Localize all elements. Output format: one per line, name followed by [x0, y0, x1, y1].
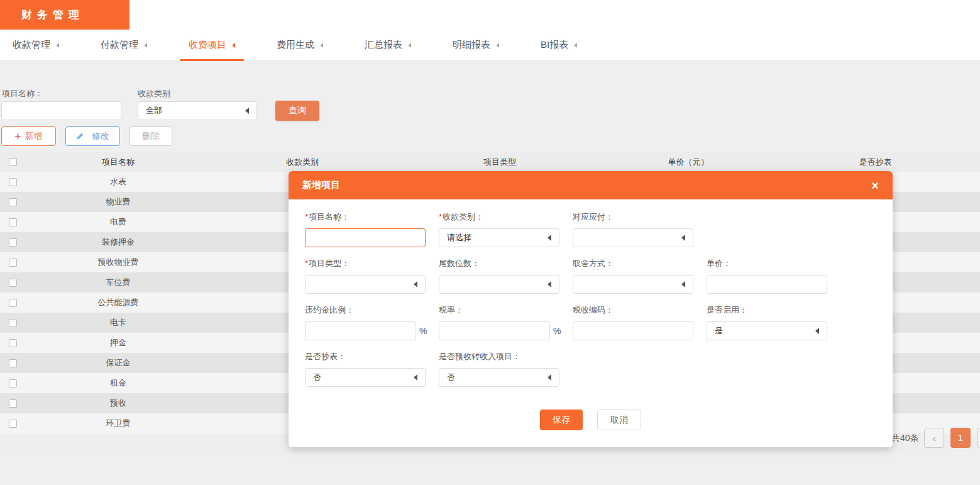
row-cell: 电费 [25, 216, 211, 228]
caret-left-icon [144, 43, 147, 48]
prev-page-button[interactable]: ‹ [924, 428, 944, 448]
row-checkbox[interactable] [9, 379, 17, 387]
delete-button[interactable]: 删除 [129, 126, 172, 146]
is-enabled-value: 是 [715, 325, 723, 337]
row-checkbox-cell [0, 178, 25, 186]
tax-code-input[interactable] [573, 321, 693, 340]
field-control-wrap [707, 275, 827, 294]
field-label-corresponding-payable: 对应应付： [573, 211, 693, 223]
row-checkbox[interactable] [9, 399, 17, 408]
row-cell: 物业费 [25, 196, 211, 208]
modal-footer: 保存 取消 [289, 410, 893, 430]
add-button[interactable]: + 新增 [1, 126, 56, 146]
next-page-button[interactable] [977, 428, 980, 448]
row-checkbox[interactable] [9, 279, 17, 287]
row-checkbox[interactable] [9, 198, 17, 206]
row-checkbox[interactable] [9, 420, 17, 428]
tab-receipt-mgmt[interactable]: 收款管理 [4, 30, 68, 60]
tab-charge-items[interactable]: 收费项目 [180, 30, 244, 60]
field-control-wrap: 请选择 [439, 228, 559, 247]
is-enabled-select[interactable]: 是 [707, 321, 827, 340]
rounding-method-select[interactable] [573, 275, 693, 294]
field-project-type: *项目类型： [305, 258, 426, 294]
row-checkbox[interactable] [9, 238, 17, 247]
tab-bi-reports[interactable]: BI报表 [532, 30, 586, 60]
table-header-row: 项目名称收款类别项目类型单价（元）是否抄表 [0, 152, 980, 172]
corresponding-payable-select[interactable] [573, 228, 693, 247]
percent-suffix: % [419, 326, 427, 336]
tab-detail-reports[interactable]: 明细报表 [444, 30, 508, 60]
row-checkbox[interactable] [9, 178, 17, 186]
row-checkbox[interactable] [9, 259, 17, 267]
field-project-name: *项目名称： [305, 211, 426, 247]
edit-button[interactable]: 修改 [65, 126, 120, 146]
field-control-wrap: 否 [305, 368, 426, 387]
row-checkbox[interactable] [9, 339, 17, 347]
field-label-payment-category: *收款类别： [439, 211, 559, 223]
row-checkbox[interactable] [9, 218, 17, 226]
row-checkbox-cell [0, 259, 25, 267]
project-type-select[interactable] [305, 275, 426, 294]
payment-category-filter-value: 全部 [146, 105, 162, 116]
row-checkbox-cell [0, 359, 25, 367]
tab-label: BI报表 [541, 39, 568, 51]
row-cell: 预收 [25, 398, 211, 409]
field-payment-category: *收款类别：请选择 [439, 211, 559, 247]
header-cell: 收款类别 [211, 157, 394, 168]
tab-fee-generation[interactable]: 费用生成 [268, 30, 332, 60]
caret-left-icon [320, 43, 323, 48]
project-name-input[interactable] [305, 228, 426, 247]
caret-left-icon [681, 281, 685, 287]
payment-category-select[interactable]: 请选择 [439, 228, 559, 247]
save-button[interactable]: 保存 [540, 410, 583, 430]
decimal-digits-select[interactable] [439, 275, 559, 294]
tax-rate-input[interactable] [439, 321, 550, 340]
modal-title: 新增项目 [302, 179, 340, 191]
row-cell: 车位费 [25, 277, 211, 288]
field-control-wrap: % [439, 321, 559, 340]
required-asterisk: * [305, 259, 308, 268]
tab-payment-mgmt[interactable]: 付款管理 [92, 30, 156, 60]
row-cell: 预收物业费 [25, 257, 211, 268]
row-checkbox-cell [0, 420, 25, 428]
close-icon[interactable]: × [871, 179, 879, 192]
header-cell: 单价（元） [606, 157, 771, 168]
percent-suffix: % [553, 326, 561, 336]
field-label-unit-price: 单价： [707, 258, 827, 269]
caret-left-icon [548, 235, 551, 241]
plus-icon: + [15, 131, 21, 142]
tab-label: 汇总报表 [365, 39, 402, 51]
row-cell: 装修押金 [25, 237, 211, 248]
penalty-ratio-input[interactable] [305, 321, 416, 340]
row-cell: 押金 [25, 337, 211, 348]
row-checkbox[interactable] [9, 359, 17, 367]
field-label-project-name: *项目名称： [305, 211, 426, 223]
row-checkbox[interactable] [9, 299, 17, 307]
row-cell: 电卡 [25, 317, 211, 328]
field-corresponding-payable: 对应应付： [573, 211, 693, 247]
cancel-button[interactable]: 取消 [597, 410, 641, 430]
unit-price-input[interactable] [707, 275, 827, 294]
tab-label: 费用生成 [277, 39, 314, 51]
modal-header: 新增项目 × [289, 171, 893, 199]
select-all-checkbox[interactable] [9, 158, 17, 166]
field-control-wrap [305, 228, 426, 247]
tab-label: 明细报表 [453, 39, 490, 51]
header-cell: 是否抄表 [771, 157, 980, 168]
pencil-icon [76, 132, 88, 140]
is-meter-reading-select[interactable]: 否 [305, 368, 426, 387]
is-prepaid-transfer-select[interactable]: 否 [439, 368, 559, 387]
payment-category-filter-select[interactable]: 全部 [138, 101, 257, 120]
tab-summary-reports[interactable]: 汇总报表 [356, 30, 420, 60]
field-control-wrap [573, 275, 693, 294]
search-button[interactable]: 查询 [275, 101, 319, 121]
caret-left-icon [414, 374, 417, 381]
header-cell: 项目类型 [394, 157, 606, 168]
row-cell: 租金 [25, 377, 211, 389]
modal-body: *项目名称：*收款类别：请选择对应应付：*项目类型：尾数位数：取舍方式：单价：违… [289, 199, 893, 387]
project-name-filter-input[interactable] [1, 101, 121, 120]
tab-label: 收费项目 [189, 39, 226, 51]
row-checkbox[interactable] [9, 319, 17, 327]
page-1-button[interactable]: 1 [950, 428, 971, 448]
field-control-wrap: % [305, 321, 426, 340]
